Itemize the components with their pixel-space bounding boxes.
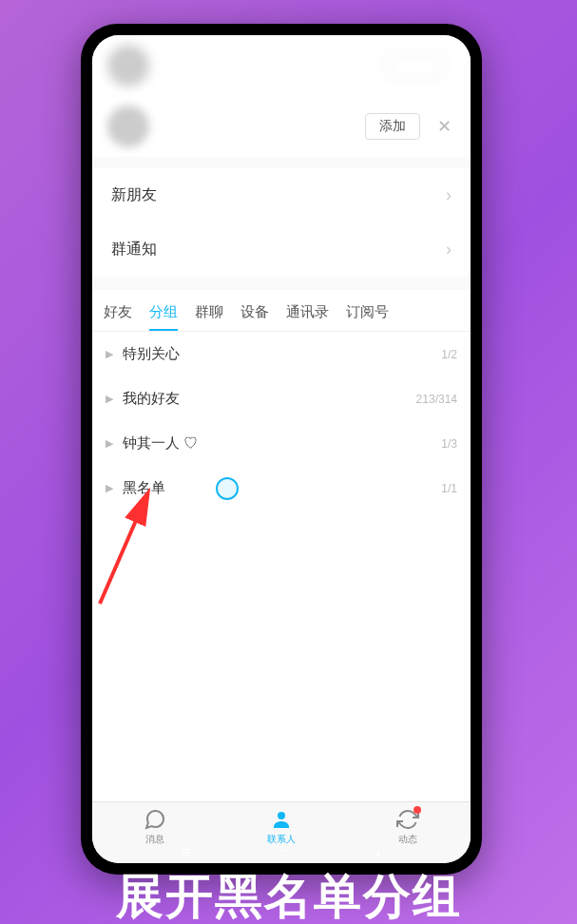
chevron-right-icon: › — [446, 185, 452, 205]
menu-label: 群通知 — [111, 240, 157, 260]
tab-bar: 好友 分组 群聊 设备 通讯录 订阅号 — [92, 290, 471, 332]
menu-label: 新朋友 — [111, 185, 157, 205]
tap-indicator-icon — [216, 477, 239, 500]
group-label: 黑名单 — [123, 479, 441, 497]
group-label: 钟其一人 ♡ — [123, 434, 441, 452]
suggested-contact-row[interactable] — [92, 35, 471, 96]
refresh-icon — [396, 808, 419, 831]
group-blacklist[interactable]: ▶ 黑名单 1/1 — [92, 466, 471, 510]
menu-section: 新朋友 › 群通知 › — [92, 168, 471, 277]
phone-frame: 添加 ✕ 新朋友 › 群通知 › 好友 分组 群聊 设备 通讯录 订阅号 — [81, 24, 482, 875]
group-count: 1/3 — [441, 437, 457, 451]
group-count: 1/1 — [441, 482, 457, 495]
tab-subscription[interactable]: 订阅号 — [346, 303, 389, 331]
android-home-icon[interactable]: ○ — [279, 844, 288, 861]
tab-devices[interactable]: 设备 — [240, 303, 269, 331]
tab-friends[interactable]: 好友 — [104, 303, 132, 331]
person-icon — [270, 808, 293, 831]
group-notifications-row[interactable]: 群通知 › — [92, 222, 471, 277]
close-icon[interactable]: ✕ — [433, 116, 455, 137]
triangle-right-icon: ▶ — [106, 348, 113, 360]
group-count: 213/314 — [416, 393, 457, 406]
avatar — [107, 45, 149, 87]
phone-screen: 添加 ✕ 新朋友 › 群通知 › 好友 分组 群聊 设备 通讯录 订阅号 — [92, 35, 471, 863]
group-special-care[interactable]: ▶ 特别关心 1/2 — [92, 332, 471, 376]
chevron-right-icon: › — [446, 240, 452, 260]
group-list: ▶ 特别关心 1/2 ▶ 我的好友 213/314 ▶ 钟其一人 ♡ 1/3 ▶… — [92, 332, 471, 801]
android-nav-bar: ≡ ○ ‹ — [81, 844, 482, 861]
android-back-icon[interactable]: ‹ — [375, 844, 380, 861]
badge-dot-icon — [414, 806, 421, 814]
contact-name — [161, 57, 387, 75]
nav-feed[interactable]: 动态 — [344, 808, 471, 846]
svg-point-0 — [278, 812, 285, 819]
group-label: 我的好友 — [123, 390, 416, 408]
tab-groups[interactable]: 分组 — [149, 303, 178, 331]
new-friends-row[interactable]: 新朋友 › — [92, 168, 471, 222]
group-custom[interactable]: ▶ 钟其一人 ♡ 1/3 — [92, 421, 471, 466]
tutorial-caption: 展开黑名单分组 — [0, 865, 577, 924]
contact-name — [161, 110, 365, 128]
group-count: 1/2 — [441, 348, 457, 361]
contact-suggestions: 添加 ✕ — [92, 35, 471, 157]
group-my-friends[interactable]: ▶ 我的好友 213/314 — [92, 376, 471, 421]
add-button[interactable] — [387, 52, 442, 79]
triangle-right-icon: ▶ — [106, 393, 113, 405]
avatar — [107, 106, 149, 147]
tab-contacts[interactable]: 通讯录 — [286, 303, 329, 331]
group-label: 特别关心 — [123, 345, 441, 363]
tab-group-chat[interactable]: 群聊 — [195, 303, 223, 331]
chat-bubble-icon — [144, 808, 166, 831]
suggested-contact-row[interactable]: 添加 ✕ — [92, 96, 471, 157]
triangle-right-icon: ▶ — [106, 482, 113, 494]
nav-contacts[interactable]: 联系人 — [219, 808, 345, 846]
contact-subtitle — [161, 128, 365, 143]
triangle-right-icon: ▶ — [106, 437, 113, 450]
add-button[interactable]: 添加 — [365, 113, 420, 140]
nav-messages[interactable]: 消息 — [92, 808, 219, 846]
android-recent-icon[interactable]: ≡ — [182, 844, 190, 861]
